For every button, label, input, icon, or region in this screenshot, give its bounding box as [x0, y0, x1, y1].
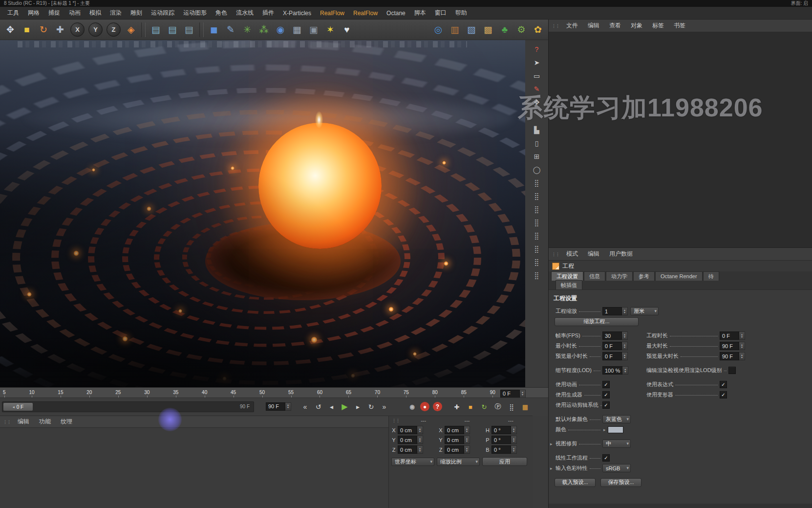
grid-icon-4[interactable]: ⣿ [531, 217, 543, 227]
spinner-arrows-icon[interactable] [739, 342, 745, 350]
menu-item[interactable]: 运动图形 [179, 9, 211, 17]
goto-start-button[interactable]: « [299, 400, 311, 413]
attribute-tab[interactable]: 参考 [633, 271, 655, 281]
coordinate-field[interactable]: 0 cm [398, 445, 417, 454]
spinner-arrows-icon[interactable] [417, 426, 423, 434]
menu-item[interactable]: 网格 [23, 9, 44, 17]
menu-item[interactable]: 书签 [669, 22, 690, 30]
end-frame-field[interactable]: 90 F [266, 402, 285, 411]
size-mode-dropdown[interactable]: 缩放比例 [437, 458, 480, 466]
use-animation-checkbox[interactable]: ✓ [602, 381, 610, 388]
spinner-arrows-icon[interactable] [285, 402, 291, 411]
preview-max-field[interactable]: 90 F [720, 352, 739, 360]
expand-arrow-icon[interactable]: ▸ [603, 427, 606, 432]
cursor-icon[interactable]: ➤ [531, 57, 543, 67]
pen-tool-button[interactable]: ✎ [222, 22, 239, 38]
grid-icon-5[interactable]: ⣿ [531, 230, 543, 241]
load-preset-button[interactable]: 载入预设... [555, 478, 596, 487]
record-scale-toggle[interactable]: ■ [465, 401, 476, 412]
use-motion-system-checkbox[interactable]: ✓ [602, 401, 610, 409]
rotate-tool-button[interactable]: ↻ [35, 22, 52, 38]
panel-grip-icon[interactable]: ⋮⋮ [552, 252, 559, 257]
menu-item[interactable]: 标签 [647, 22, 669, 30]
attribute-tab[interactable]: 待 [703, 271, 719, 281]
coordinate-field[interactable]: 0 ° [491, 426, 511, 434]
project-scale-field[interactable]: 1 [602, 307, 622, 315]
grid-icon-7[interactable]: ⣿ [531, 257, 543, 267]
preview-min-field[interactable]: 0 F [602, 352, 622, 360]
spinner-arrows-icon[interactable] [511, 426, 517, 434]
keyframe-record-button[interactable]: ◉ [407, 402, 417, 411]
menu-item[interactable]: 纹理 [56, 418, 77, 426]
scale-project-button[interactable]: 缩放工程... [555, 317, 639, 326]
use-deformers-checkbox[interactable]: ✓ [720, 391, 727, 398]
prev-key-button[interactable]: ↺ [312, 400, 324, 413]
keyframe-selection-toggle[interactable]: ▦ [520, 401, 531, 412]
unit-dropdown[interactable]: 厘米 [630, 307, 659, 315]
coordinate-space-dropdown[interactable]: 世界坐标 [391, 458, 434, 466]
attribute-tab[interactable]: 工程设置 [551, 271, 583, 281]
attribute-tab[interactable]: 信息 [584, 271, 605, 281]
move-mode-icon[interactable]: ✥ [531, 97, 543, 107]
menu-item[interactable]: 编辑 [13, 418, 34, 426]
asset-boxes-button[interactable]: ▩ [480, 22, 496, 38]
default-color-dropdown[interactable]: 灰蓝色 [602, 415, 631, 423]
coordinate-field[interactable]: 0 cm [445, 426, 464, 434]
use-generators-checkbox[interactable]: ✓ [602, 391, 610, 398]
input-color-profile-dropdown[interactable]: sRGB [602, 464, 631, 472]
coordinate-field[interactable]: 0 ° [491, 445, 511, 454]
spinner-arrows-icon[interactable] [520, 390, 526, 398]
wire-cube-button[interactable]: ▧ [463, 22, 480, 38]
panel-grip-icon[interactable]: ⋮⋮ [552, 23, 559, 28]
coordinate-field[interactable]: 0 cm [445, 445, 464, 454]
expand-arrow-icon[interactable]: ▸ [550, 442, 553, 446]
mirror-icon[interactable]: ▯ [531, 138, 543, 148]
record-pla-toggle[interactable]: ⣿ [506, 401, 517, 412]
record-position-toggle[interactable]: ✚ [451, 401, 462, 412]
coordinate-field[interactable]: 0 cm [445, 436, 464, 444]
max-time-field[interactable]: 90 F [720, 342, 739, 350]
attribute-tab[interactable]: Octane Render [655, 271, 703, 281]
menu-item[interactable]: 文件 [561, 22, 583, 30]
play-button[interactable]: ▶ [339, 400, 351, 413]
separator[interactable] [141, 22, 146, 37]
spinner-arrows-icon[interactable] [464, 445, 470, 454]
spinner-arrows-icon[interactable] [622, 342, 628, 350]
scale-tool-button[interactable]: ■ [19, 22, 35, 38]
menu-item[interactable]: 脚本 [410, 9, 430, 17]
current-frame-field[interactable]: 0 F [500, 390, 520, 398]
menu-item[interactable]: 编辑 [583, 22, 604, 30]
apply-button[interactable]: 应用 [482, 457, 527, 466]
spinner-arrows-icon[interactable] [622, 366, 628, 375]
picture-viewer-button[interactable]: ▥ [447, 22, 463, 38]
camera-button[interactable]: ▣ [305, 22, 322, 38]
menu-item[interactable]: 帮助 [451, 9, 471, 17]
grid-icon-2[interactable]: ⣿ [531, 191, 543, 201]
spinner-arrows-icon[interactable] [622, 331, 628, 340]
render-view-button[interactable]: ▤ [148, 22, 164, 38]
spinner-arrows-icon[interactable] [622, 307, 628, 315]
min-time-field[interactable]: 0 F [602, 342, 622, 350]
panel-grip-icon[interactable]: ⋮⋮ [392, 418, 400, 423]
object-manager-list[interactable] [549, 32, 812, 248]
use-expressions-checkbox[interactable]: ✓ [720, 381, 727, 388]
menu-item[interactable]: 捕捉 [44, 9, 64, 17]
render-lod-checkbox[interactable] [728, 367, 736, 374]
coordinate-field[interactable]: 0 ° [491, 436, 511, 444]
grid-icon-3[interactable]: ⣿ [531, 204, 543, 214]
generators-button[interactable]: ✳ [239, 22, 256, 38]
view-clipping-dropdown[interactable]: 中 [602, 440, 631, 448]
light-button[interactable]: ✶ [322, 22, 339, 38]
timeline-scrubber[interactable]: ◂ 0 F 90 F [2, 401, 254, 412]
menu-item[interactable]: Octane [382, 10, 410, 17]
menu-item[interactable]: 动画 [64, 9, 85, 17]
tree-button[interactable]: ♣ [496, 22, 513, 38]
rect-select-icon[interactable]: ▭ [531, 70, 543, 81]
spinner-arrows-icon[interactable] [739, 352, 745, 360]
linear-workflow-checkbox[interactable]: ✓ [602, 454, 610, 462]
spinner-arrows-icon[interactable] [464, 436, 470, 444]
scrubber-handle[interactable]: ◂ 0 F [3, 403, 33, 411]
help-button[interactable]: ? [433, 402, 442, 411]
menu-item[interactable]: 对象 [626, 22, 647, 30]
menu-item[interactable]: X-Particles [278, 10, 316, 17]
